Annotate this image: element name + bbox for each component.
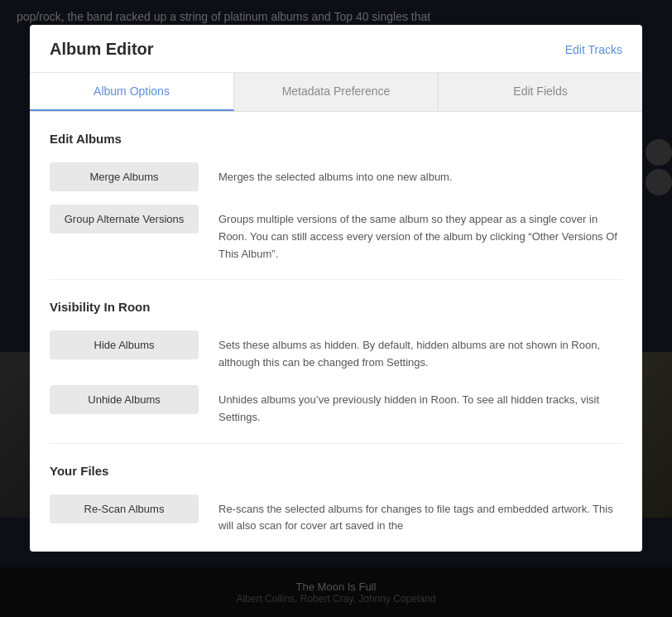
merge-albums-description: Merges the selected albums into one new … [218, 162, 622, 186]
group-alternate-versions-button[interactable]: Group Alternate Versions [50, 205, 199, 234]
edit-tracks-link[interactable]: Edit Tracks [565, 43, 622, 56]
hide-albums-description: Sets these albums as hidden. By default,… [218, 330, 622, 372]
visibility-title: Visibility In Roon [50, 300, 622, 314]
group-alternate-versions-row: Group Alternate Versions Groups multiple… [50, 205, 622, 263]
tab-album-options[interactable]: Album Options [30, 73, 234, 111]
unhide-albums-description: Unhides albums you’ve previously hidden … [218, 385, 622, 427]
album-editor-modal: Album Editor Edit Tracks Album Options M… [30, 25, 642, 552]
merge-albums-row: Merge Albums Merges the selected albums … [50, 162, 622, 191]
modal-tabs: Album Options Metadata Preference Edit F… [30, 73, 642, 112]
modal-title: Album Editor [50, 40, 154, 59]
tab-metadata-preference[interactable]: Metadata Preference [234, 73, 439, 111]
unhide-albums-button[interactable]: Unhide Albums [50, 385, 199, 414]
modal-header: Album Editor Edit Tracks [30, 25, 642, 73]
edit-albums-section: Edit Albums Merge Albums Merges the sele… [50, 112, 622, 280]
your-files-title: Your Files [50, 464, 622, 478]
rescan-albums-description: Re-scans the selected albums for changes… [218, 494, 622, 536]
edit-albums-title: Edit Albums [50, 132, 622, 146]
tab-edit-fields[interactable]: Edit Fields [439, 73, 642, 111]
unhide-albums-row: Unhide Albums Unhides albums you’ve prev… [50, 385, 622, 427]
your-files-section: Your Files Re-Scan Albums Re-scans the s… [50, 444, 622, 552]
rescan-albums-row: Re-Scan Albums Re-scans the selected alb… [50, 494, 622, 536]
visibility-section: Visibility In Roon Hide Albums Sets thes… [50, 280, 622, 443]
rescan-albums-button[interactable]: Re-Scan Albums [50, 494, 199, 523]
group-alternate-versions-description: Groups multiple versions of the same alb… [218, 205, 622, 263]
modal-overlay: Album Editor Edit Tracks Album Options M… [0, 0, 672, 617]
merge-albums-button[interactable]: Merge Albums [50, 162, 199, 191]
modal-body: Edit Albums Merge Albums Merges the sele… [30, 112, 642, 552]
hide-albums-row: Hide Albums Sets these albums as hidden.… [50, 330, 622, 372]
hide-albums-button[interactable]: Hide Albums [50, 330, 199, 359]
